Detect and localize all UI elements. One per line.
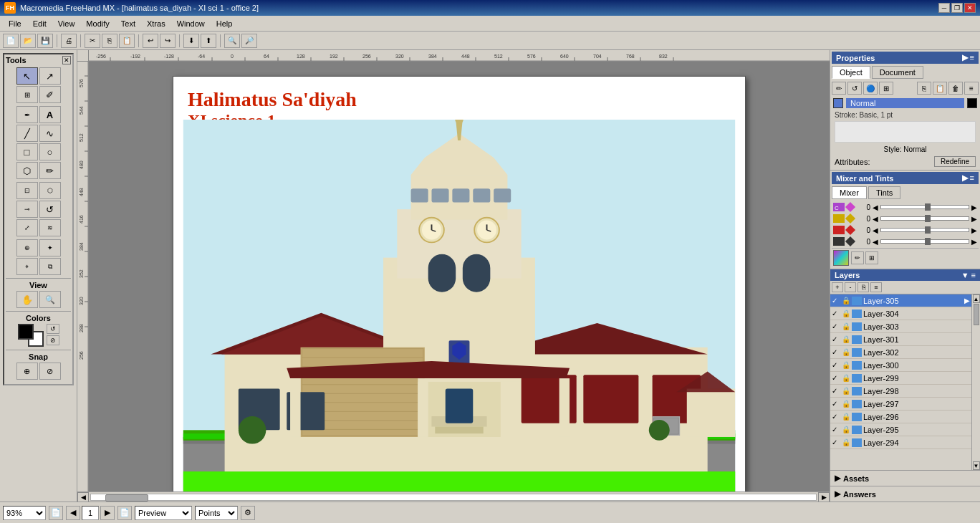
layer-item-6[interactable]: ✓ 🔒 Layer-299 [830, 372, 971, 385]
hand-tool-button[interactable]: ✋ [16, 291, 38, 308]
text-tool-button[interactable]: A [39, 106, 61, 123]
mixer-arrow-left-3[interactable]: ◀ [873, 238, 878, 246]
options-button[interactable]: ⚙ [241, 506, 255, 520]
trace-tool-button[interactable]: ⊡ [16, 182, 38, 199]
prop-paste-btn[interactable]: 📋 [933, 82, 947, 95]
mixer-slider-3[interactable] [880, 239, 969, 244]
mirror-tool-button[interactable]: ⤢ [16, 219, 38, 236]
next-page-button[interactable]: ▶ [100, 506, 115, 520]
snap-off-button[interactable]: ⊘ [39, 363, 61, 380]
smudge-tool-button[interactable]: ≋ [39, 219, 61, 236]
eyedropper-tool-button[interactable]: ⊕ [16, 239, 38, 256]
mixer-thumb-1[interactable] [925, 215, 931, 222]
canvas-scroll[interactable]: Halimatus Sa'diyah XI science 1 22/08/20… [89, 62, 830, 491]
menu-xtras[interactable]: Xtras [141, 18, 171, 29]
prop-object-btn[interactable]: ⊞ [879, 82, 893, 95]
zoom-out-button[interactable]: 🔎 [241, 34, 257, 48]
layers-delete-btn[interactable]: - [845, 282, 856, 292]
mixer-thumb-2[interactable] [925, 226, 931, 234]
open-button[interactable]: 📂 [20, 34, 36, 48]
layer-item-9[interactable]: ✓ 🔒 Layer-296 [830, 411, 971, 423]
cut-button[interactable]: ✂ [85, 34, 100, 48]
page-options-button[interactable]: 📄 [117, 506, 132, 520]
layer-item-0[interactable]: ✓ 🔒 Layer-305 ▶ [830, 294, 971, 307]
prop-copy-btn[interactable]: ⎘ [917, 82, 931, 95]
menu-view[interactable]: View [52, 18, 81, 29]
properties-options-icon[interactable]: ≡ [970, 53, 974, 62]
scroll-right-button[interactable]: ▶ [818, 492, 830, 502]
menu-edit[interactable]: Edit [27, 18, 52, 29]
prop-delete-btn[interactable]: 🗑 [948, 82, 963, 95]
mixer-arrow-left-2[interactable]: ◀ [873, 226, 878, 234]
mixer-slider-2[interactable] [880, 228, 969, 232]
layers-scroll-up[interactable]: ▲ [973, 294, 980, 303]
symbol-tool-button[interactable]: ⧉ [39, 258, 61, 275]
page-number-input[interactable] [82, 506, 99, 520]
prev-page-button[interactable]: ◀ [66, 506, 80, 520]
save-button[interactable]: 💾 [37, 34, 53, 48]
mixer-thumb-3[interactable] [925, 238, 931, 245]
rotate-tool-button[interactable]: ↺ [39, 201, 61, 218]
zoom-select[interactable]: 93% 50% 75% 100% 150% 200% [3, 506, 46, 520]
swap-colors-button[interactable]: ↺ [47, 324, 59, 334]
bezigon-tool-button[interactable]: ∿ [39, 125, 61, 142]
scroll-thumb-h[interactable] [105, 494, 148, 502]
snap-on-button[interactable]: ⊕ [16, 363, 38, 380]
layers-duplicate-btn[interactable]: ⎘ [858, 282, 869, 292]
pencil-tool-button[interactable]: ✏ [39, 162, 61, 179]
zoom-in-button[interactable]: 🔍 [224, 34, 240, 48]
layers-scroll-thumb[interactable] [974, 304, 979, 325]
tab-mixer[interactable]: Mixer [832, 186, 867, 199]
layer-item-7[interactable]: ✓ 🔒 Layer-298 [830, 385, 971, 398]
menu-file[interactable]: File [3, 18, 27, 29]
layers-expand-icon[interactable]: ▼ [961, 271, 969, 279]
paste-button[interactable]: 📋 [119, 34, 135, 48]
print-button[interactable]: 🖨 [61, 34, 77, 48]
freeform-tool-button[interactable]: ✐ [39, 86, 61, 103]
menu-help[interactable]: Help [211, 18, 239, 29]
redefine-button[interactable]: Redefine [934, 156, 976, 167]
stroke-swatch[interactable] [18, 324, 34, 340]
polygon-tool-button[interactable]: ⬡ [16, 162, 38, 179]
line-tool-button[interactable]: ╱ [16, 125, 38, 142]
mixer-options-icon[interactable]: ≡ [970, 173, 974, 183]
layers-add-btn[interactable]: + [832, 282, 843, 292]
mixer-expand-icon[interactable]: ▶ [962, 173, 968, 183]
layer-item-2[interactable]: ✓ 🔒 Layer-303 [830, 320, 971, 333]
select-tool-button[interactable]: ↖ [16, 67, 38, 85]
copy-button[interactable]: ⎘ [102, 34, 117, 48]
mixer-arrow-left-0[interactable]: ◀ [873, 203, 878, 211]
prop-stroke-btn[interactable]: ✏ [832, 82, 846, 95]
units-select[interactable]: Points Inches cm mm Picas [195, 506, 238, 520]
mixer-arrow-right-1[interactable]: ▶ [971, 215, 977, 223]
prop-effect-btn[interactable]: 🔵 [863, 82, 878, 95]
preview-select[interactable]: Preview Keyline Fast Preview [135, 506, 192, 520]
import-button[interactable]: ⬇ [183, 34, 199, 48]
new-page-button[interactable]: 📄 [49, 506, 63, 520]
mixer-stroke-btn[interactable]: ✏ [851, 251, 864, 264]
mixer-slider-0[interactable] [880, 205, 969, 209]
zoom-tool-button[interactable]: 🔍 [39, 291, 61, 308]
tab-tints[interactable]: Tints [868, 186, 900, 199]
pen-tool-button[interactable]: ✒ [16, 106, 38, 123]
tools-close-button[interactable]: ✕ [62, 56, 71, 64]
layer-item-8[interactable]: ✓ 🔒 Layer-297 [830, 398, 971, 411]
assets-header[interactable]: ▶ Assets [832, 472, 979, 484]
connector-tool-button[interactable]: ⌖ [16, 258, 38, 275]
mixer-arrow-right-2[interactable]: ▶ [971, 226, 977, 234]
properties-expand-icon[interactable]: ▶ [962, 53, 968, 62]
redo-button[interactable]: ↪ [160, 34, 176, 48]
scroll-left-button[interactable]: ◀ [77, 492, 89, 502]
mixer-arrow-right-0[interactable]: ▶ [971, 203, 977, 211]
menu-modify[interactable]: Modify [80, 18, 115, 29]
tab-object[interactable]: Object [832, 66, 870, 79]
menu-text[interactable]: Text [115, 18, 141, 29]
export-button[interactable]: ⬆ [201, 34, 216, 48]
layer-item-11[interactable]: ✓ 🔒 Layer-294 [830, 436, 971, 449]
new-button[interactable]: 📄 [3, 34, 19, 48]
restore-button[interactable]: ❐ [951, 3, 963, 13]
mixer-arrow-right-3[interactable]: ▶ [971, 238, 977, 246]
scale-tool-button[interactable]: ⊞ [16, 86, 38, 103]
answers-header[interactable]: ▶ Answers [832, 488, 979, 500]
ellipse-tool-button[interactable]: ○ [39, 143, 61, 160]
